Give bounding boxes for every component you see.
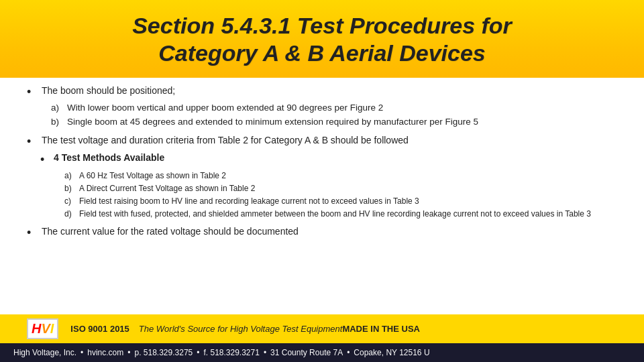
method-item-b: b) A Direct Current Test Voltage as show… xyxy=(64,183,617,194)
method-text-c: Field test raising boom to HV line and r… xyxy=(79,196,419,207)
bottom-bar: High Voltage, Inc. • hvinc.com • p. 518.… xyxy=(0,343,644,362)
bottom-dot-4: • xyxy=(264,348,266,357)
hvi-i: I xyxy=(50,321,54,337)
bottom-city: Copake, NY 12516 U xyxy=(354,348,429,357)
sub-item-1a: a) With lower boom vertical and upper bo… xyxy=(51,102,617,115)
methods-list: a) A 60 Hz Test Voltage as shown in Tabl… xyxy=(64,170,617,219)
bullet-1-text: The boom should be positioned; xyxy=(42,84,175,98)
bottom-company: High Voltage, Inc. xyxy=(13,348,76,357)
bottom-dot-2: • xyxy=(127,348,130,357)
bottom-dot-1: • xyxy=(80,348,83,357)
sub-label-1b: b) xyxy=(51,116,67,129)
bullet-1: • The boom should be positioned; a) With… xyxy=(27,84,617,130)
inner-dot: • xyxy=(40,152,52,168)
bullet-1-main: • The boom should be positioned; xyxy=(27,84,617,100)
bottom-fax: f. 518.329.3271 xyxy=(203,348,259,357)
footer-bar: H V I ISO 9001 2015 The World's Source f… xyxy=(0,314,644,343)
footer-tagline: The World's Source for High Voltage Test… xyxy=(139,324,343,334)
inner-bullet-item: • 4 Test Methods Available xyxy=(40,152,617,168)
footer-iso: ISO 9001 2015 xyxy=(70,324,129,334)
bullet-dot-1: • xyxy=(27,84,39,100)
hvi-logo-box: H V I xyxy=(27,318,58,339)
bullet-dot-2: • xyxy=(27,134,39,149)
title-line1: Section 5.4.3.1 Test Procedures for xyxy=(132,13,512,38)
inner-bullet: • 4 Test Methods Available xyxy=(40,152,617,168)
method-label-c: c) xyxy=(64,196,79,207)
slide-header: Section 5.4.3.1 Test Procedures for Cate… xyxy=(0,0,644,78)
bullet-dot-3: • xyxy=(27,225,39,241)
sub-text-1b: Single boom at 45 degrees and extended t… xyxy=(67,116,478,129)
slide: Section 5.4.3.1 Test Procedures for Cate… xyxy=(0,0,644,362)
sub-label-1a: a) xyxy=(51,102,67,115)
hvi-h: H xyxy=(32,321,41,337)
method-item-c: c) Field test raising boom to HV line an… xyxy=(64,196,617,207)
test-methods-label: 4 Test Methods Available xyxy=(54,152,164,165)
sub-text-1a: With lower boom vertical and upper boom … xyxy=(67,102,383,115)
bottom-website: hvinc.com xyxy=(87,348,123,357)
method-label-a: a) xyxy=(64,170,79,182)
bottom-phone: p. 518.329.3275 xyxy=(135,348,193,357)
bullet-2: • The test voltage and duration criteria… xyxy=(27,134,617,221)
bottom-dot-5: • xyxy=(347,348,350,357)
bullet-2-text: The test voltage and duration criteria f… xyxy=(42,134,409,147)
method-item-d: d) Field test with fused, protected, and… xyxy=(64,208,617,220)
sub-item-1b: b) Single boom at 45 degrees and extende… xyxy=(51,116,617,129)
bullet-2-main: • The test voltage and duration criteria… xyxy=(27,134,617,149)
method-text-d: Field test with fused, protected, and sh… xyxy=(79,208,591,220)
bullet-3-main: • The current value for the rated voltag… xyxy=(27,225,617,241)
method-label-d: d) xyxy=(64,208,79,220)
method-item-a: a) A 60 Hz Test Voltage as shown in Tabl… xyxy=(64,170,617,182)
footer-made: MADE IN THE USA xyxy=(342,324,420,334)
slide-content: • The boom should be positioned; a) With… xyxy=(0,78,644,314)
hvi-v: V xyxy=(41,321,50,337)
bottom-address: 31 County Route 7A xyxy=(270,348,343,357)
slide-title: Section 5.4.3.1 Test Procedures for Cate… xyxy=(27,12,617,67)
hvi-logo: H V I xyxy=(27,318,58,339)
method-text-b: A Direct Current Test Voltage as shown i… xyxy=(79,183,255,194)
method-label-b: b) xyxy=(64,183,79,194)
bullet-3-text: The current value for the rated voltage … xyxy=(42,225,299,239)
title-line2: Category A & B Aerial Devices xyxy=(158,40,486,66)
bullet-3: • The current value for the rated voltag… xyxy=(27,225,617,243)
bullet-1-sublist: a) With lower boom vertical and upper bo… xyxy=(51,102,617,129)
bottom-dot-3: • xyxy=(197,348,199,357)
method-text-a: A 60 Hz Test Voltage as shown in Table 2 xyxy=(79,170,226,182)
